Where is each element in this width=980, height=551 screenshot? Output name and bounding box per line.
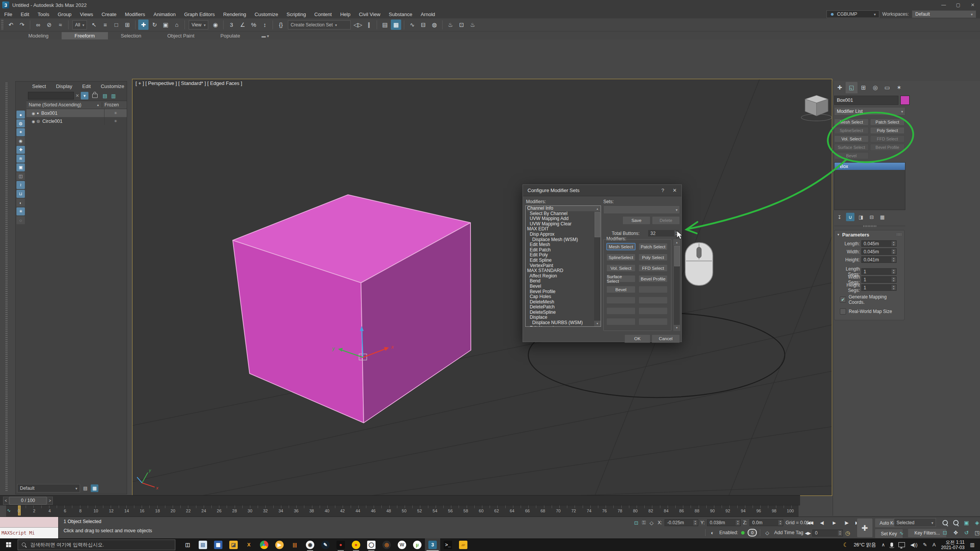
modifier-list-item[interactable]: Bevel Profile xyxy=(527,289,596,295)
display-tab[interactable]: ▭ xyxy=(881,82,893,93)
undo-icon[interactable]: ↶ xyxy=(6,20,16,30)
ribbon-tab[interactable]: Freeform xyxy=(62,32,108,39)
perspective-viewport[interactable]: [ + ] [ Perspective ] [ Standard* ] [ Ed… xyxy=(132,79,832,496)
viewport-label[interactable]: [ + ] [ Perspective ] [ Standard* ] [ Ed… xyxy=(136,80,242,86)
filter-space-warps-icon[interactable]: ≋ xyxy=(16,155,25,163)
modifier-slot-button[interactable]: SplineSelect xyxy=(606,254,635,261)
modifier-slot-button[interactable]: Bevel xyxy=(606,286,635,293)
modifier-slot-button[interactable]: Mesh Select xyxy=(606,243,635,250)
menu-item[interactable]: Substance xyxy=(385,11,416,17)
workspace-dropdown[interactable]: Default xyxy=(912,10,976,18)
time-configuration-icon[interactable]: ◷ xyxy=(845,530,850,536)
material-editor-icon[interactable]: ◍ xyxy=(429,20,439,30)
folder-app-icon[interactable]: ◪ xyxy=(226,538,241,551)
weather-moon-icon[interactable]: ☾ xyxy=(843,541,848,548)
modifier-slot-button[interactable]: Bevel Profile xyxy=(639,275,668,282)
filter-hidden-icon[interactable]: ◌ xyxy=(16,216,25,224)
modifier-set-button[interactable]: Mesh Select xyxy=(834,119,869,126)
menu-item[interactable]: Customize xyxy=(250,11,282,17)
remove-modifier-icon[interactable]: ⊟ xyxy=(867,213,876,221)
list-view-icon[interactable]: ▤ xyxy=(82,484,89,492)
spinner-icon[interactable] xyxy=(736,520,740,525)
frozen-toggle-icon[interactable] xyxy=(104,109,127,117)
Box001[interactable]: ● Box001 xyxy=(26,109,127,117)
key-mode-icon[interactable]: ∿ xyxy=(898,529,905,537)
show-end-result-icon[interactable]: ∪ xyxy=(846,213,854,221)
ribbon-tab[interactable]: Populate xyxy=(207,32,253,39)
filter-geometry-icon[interactable]: ● xyxy=(16,111,25,119)
key-step-icon[interactable]: ◀▶ xyxy=(804,528,812,538)
sign-in-dropdown[interactable]: ☻ CGBUMP xyxy=(826,10,879,18)
filter-icon[interactable] xyxy=(81,92,88,99)
listener-label[interactable]: MAXScript Mi xyxy=(0,528,58,538)
toolbar-dock-handle[interactable] xyxy=(1,20,3,30)
modifier-list-item[interactable]: MAX EDIT xyxy=(527,227,596,232)
display-icon[interactable] xyxy=(898,542,905,547)
schematic-view-icon[interactable]: ⊟ xyxy=(418,20,428,30)
close-icon[interactable]: ✕ xyxy=(673,187,677,193)
select-and-scale-icon[interactable]: ▣ xyxy=(160,20,171,30)
task-view-icon[interactable]: ◫ xyxy=(180,538,195,551)
ribbon-tab[interactable]: Selection xyxy=(108,32,154,39)
parameter-field[interactable]: 1 xyxy=(861,284,897,291)
render-production-icon[interactable]: ♨ xyxy=(467,20,478,30)
rendered-frame-window-icon[interactable]: ⊡ xyxy=(456,20,467,30)
modifier-list-item[interactable]: Edit Poly xyxy=(527,253,596,258)
play-icon[interactable]: ▶ xyxy=(828,518,840,527)
select-and-place-icon[interactable]: ⌂ xyxy=(172,20,182,30)
Circle001[interactable]: ◎ Circle001 xyxy=(26,117,127,125)
layer-explorer-icon[interactable]: ▤ xyxy=(380,20,390,30)
maxscript-mini-listener[interactable]: MAXScript Mi xyxy=(0,517,59,539)
explorer-search-input[interactable] xyxy=(28,92,74,99)
previous-frame-arrow[interactable]: < xyxy=(3,497,9,505)
spinner-icon[interactable] xyxy=(892,257,896,262)
clear-search-icon[interactable]: ✕ xyxy=(75,93,79,98)
minimize-button[interactable]: — xyxy=(936,0,951,10)
toggle-ribbon-icon[interactable]: ▦ xyxy=(391,20,401,30)
scroll-thumb[interactable] xyxy=(595,212,600,237)
taskbar-search[interactable]: 검색하려면 여기에 입력하십시오. xyxy=(18,540,175,550)
grid-scrollbar[interactable]: ▲ ▼ xyxy=(673,239,680,331)
start-button[interactable] xyxy=(0,538,18,551)
modifier-list-item[interactable]: Cap Holes xyxy=(527,294,596,300)
motion-tab[interactable]: ◎ xyxy=(869,82,881,93)
select-object-icon[interactable]: ↖ xyxy=(89,20,99,30)
filter-shapes-icon[interactable]: ◍ xyxy=(16,119,25,127)
modifier-list-item[interactable]: Edit Spline xyxy=(527,258,596,263)
spinner-icon[interactable] xyxy=(693,520,697,525)
hierarchy-tab[interactable]: ⊞ xyxy=(858,82,869,93)
shield-icon[interactable]: ◐ xyxy=(709,529,716,536)
hidden-icons-chevron[interactable]: ∧ xyxy=(882,542,885,548)
checkbox[interactable] xyxy=(840,297,846,303)
cancel-button[interactable]: Cancel xyxy=(652,334,680,343)
object-name-field[interactable]: Box001 xyxy=(834,96,898,105)
display-children-icon[interactable]: ▤ xyxy=(103,93,107,99)
modifier-list-item[interactable]: Displace NURBS (WSM) xyxy=(527,320,596,326)
ring-app-icon[interactable]: ◎ xyxy=(379,538,394,551)
total-buttons-field[interactable]: 32 xyxy=(648,230,679,236)
parameter-field[interactable]: 0.045m xyxy=(861,240,897,247)
modifier-list-item[interactable]: UVW Mapping Clear xyxy=(527,222,596,227)
zoom-icon[interactable] xyxy=(940,518,950,527)
chrome-icon[interactable]: ● xyxy=(256,538,272,551)
named-selection-set-field[interactable]: Create Selection Set xyxy=(288,20,351,29)
modifier-set-button[interactable]: Bevel xyxy=(834,152,869,159)
filter-cameras-icon[interactable]: ◉ xyxy=(16,137,25,145)
modifier-list-item[interactable]: Displace xyxy=(527,315,596,320)
visibility-eye-icon[interactable] xyxy=(26,111,37,116)
menu-item[interactable]: Graph Editors xyxy=(180,11,219,17)
expand-tree-icon[interactable]: ▥ xyxy=(111,93,116,99)
redo-icon[interactable]: ↷ xyxy=(17,20,27,30)
maximize-button[interactable]: ▢ xyxy=(951,0,965,10)
zoom-extents-all-icon[interactable]: ◈ xyxy=(972,518,980,527)
modifier-set-button[interactable]: Vol. Select xyxy=(834,135,869,142)
set-keys-button[interactable]: ✚ xyxy=(857,518,873,538)
reference-coordinate-dropdown[interactable]: View xyxy=(189,20,208,29)
selection-set-dropdown[interactable]: Selected xyxy=(894,518,936,527)
timeline-ruler[interactable]: ∿ 02468101214161820222426283032343638404… xyxy=(6,505,799,517)
create-tab[interactable]: ✚ xyxy=(834,82,846,93)
modifier-slot-button[interactable] xyxy=(639,286,668,293)
menu-item[interactable]: Views xyxy=(76,11,97,17)
selection-filter-dropdown[interactable]: All xyxy=(72,20,87,29)
potplayer-icon[interactable]: ▶ xyxy=(272,538,287,551)
